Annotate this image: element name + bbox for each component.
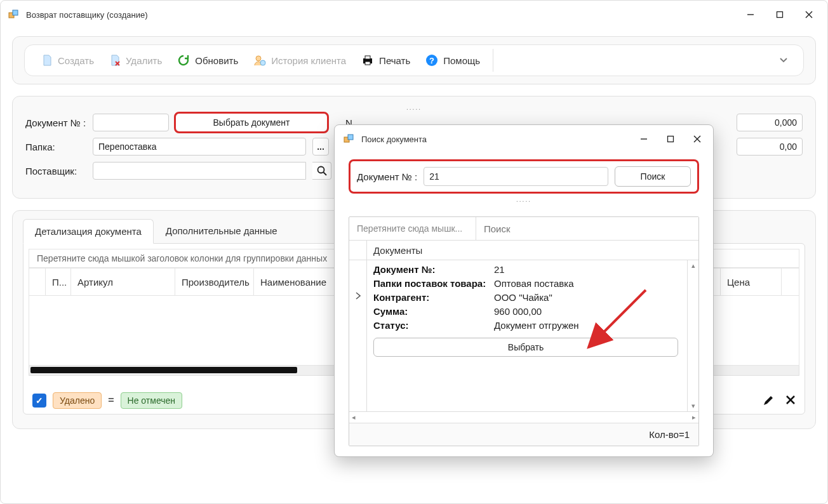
chevron-right-icon — [355, 292, 361, 300]
toolbar-panel: Создать Удалить Обновить История клиента… — [12, 36, 816, 84]
result-col-documents[interactable]: Документы — [367, 241, 698, 260]
supplier-label: Поставщик: — [25, 166, 86, 176]
folder-browse-button[interactable]: ... — [312, 138, 329, 156]
dialog-doc-no-input[interactable] — [424, 167, 608, 186]
dialog-search-button[interactable]: Поиск — [615, 166, 691, 187]
svg-point-15 — [317, 167, 324, 173]
folder-input[interactable] — [93, 138, 306, 156]
create-label: Создать — [58, 55, 94, 66]
refresh-label: Обновить — [195, 55, 238, 66]
kv-folder-v: Оптовая поставка — [494, 277, 573, 291]
svg-text:?: ? — [429, 56, 434, 65]
tab-additional[interactable]: Дополнительные данные — [154, 218, 290, 243]
folder-label: Папка: — [25, 142, 86, 152]
kv-sum-k: Сумма: — [373, 305, 494, 319]
dialog-body: Документ № : Поиск ..... Перетяните сюда… — [335, 153, 713, 456]
result-toolbar: Перетяните сюда мышк... — [349, 217, 698, 241]
supplier-search-button[interactable] — [312, 162, 331, 180]
choose-document-button[interactable]: Выбрать документ — [175, 113, 328, 132]
deleted-chip[interactable]: Удалено — [53, 392, 102, 409]
window-controls — [736, 4, 824, 25]
result-record[interactable]: Документ №:21 Папки поставок товара:Опто… — [367, 260, 687, 411]
supplier-input[interactable] — [93, 162, 306, 180]
clear-button[interactable] — [785, 395, 796, 406]
equals-sign: = — [108, 395, 114, 406]
search-icon — [317, 166, 327, 176]
svg-rect-22 — [668, 136, 674, 142]
svg-point-9 — [260, 60, 265, 65]
refresh-icon — [177, 54, 190, 67]
help-label: Помощь — [443, 55, 480, 66]
grid-col-name[interactable]: Наименование — [254, 268, 337, 296]
print-label: Печать — [379, 55, 410, 66]
footer-actions — [763, 395, 796, 406]
tab-detail[interactable]: Детализация документа — [23, 219, 154, 244]
drag-handle-top[interactable]: ..... — [25, 105, 803, 112]
maximize-button[interactable] — [765, 4, 794, 25]
kv-folder-k: Папки поставок товара: — [373, 277, 494, 291]
dialog-doc-no-label: Документ № : — [357, 171, 417, 182]
row-expand-toggle[interactable] — [355, 292, 361, 300]
svg-rect-1 — [13, 10, 18, 15]
document-new-icon — [41, 54, 53, 67]
delete-button[interactable]: Удалить — [102, 49, 170, 72]
toolbar-overflow-button[interactable] — [773, 53, 794, 67]
grid-col-tail — [782, 268, 799, 296]
kv-status-k: Статус: — [373, 319, 494, 333]
result-vscroll[interactable]: ▴ ▾ — [687, 260, 698, 411]
kv-doc-no-v: 21 — [494, 263, 505, 277]
dialog-drag-handle[interactable]: ..... — [349, 197, 699, 204]
search-document-dialog: Поиск документа Документ № : Поиск .....… — [334, 124, 714, 457]
grid-selector-col[interactable] — [29, 268, 46, 296]
svg-line-16 — [323, 173, 326, 176]
dialog-minimize-button[interactable] — [631, 129, 657, 149]
create-button[interactable]: Создать — [34, 49, 102, 72]
kv-status-v: Документ отгружен — [494, 319, 579, 333]
svg-rect-20 — [348, 135, 353, 140]
kv-counter-k: Контрагент: — [373, 291, 494, 305]
svg-rect-11 — [365, 56, 370, 59]
row-expander-col — [349, 260, 367, 411]
dialog-window-controls — [631, 129, 711, 149]
unchecked-chip[interactable]: Не отмечен — [121, 392, 182, 409]
close-button[interactable] — [794, 4, 824, 25]
doc-no-label: Документ № : — [25, 117, 86, 128]
right-top-readonly[interactable] — [737, 114, 803, 131]
scroll-thumb[interactable] — [30, 367, 297, 373]
result-footer: Кол-во=1 — [349, 423, 698, 446]
result-hscroll[interactable]: ◂ ▸ — [349, 411, 698, 423]
edit-button[interactable] — [763, 395, 774, 406]
help-button[interactable]: ? Помощь — [418, 49, 488, 72]
minimize-button[interactable] — [736, 4, 765, 25]
printer-icon — [361, 54, 374, 67]
client-history-button[interactable]: История клиента — [246, 49, 354, 72]
svg-point-8 — [256, 56, 261, 61]
svg-rect-3 — [777, 12, 783, 18]
refresh-button[interactable]: Обновить — [170, 49, 246, 72]
result-count: Кол-во=1 — [649, 429, 690, 440]
user-icon — [253, 54, 266, 67]
dialog-titlebar: Поиск документа — [335, 125, 713, 153]
result-panel: Перетяните сюда мышк... Документы Докуме… — [349, 216, 699, 446]
grid-col-manufacturer[interactable]: Производитель — [175, 268, 254, 296]
main-titlebar: Возврат поставщику (создание) — [1, 1, 827, 29]
dialog-title: Поиск документа — [361, 135, 631, 144]
kv-sum-v: 960 000,00 — [494, 305, 542, 319]
grid-col-article[interactable]: Артикул — [71, 268, 175, 296]
dialog-maximize-button[interactable] — [657, 129, 684, 149]
kv-counter-v: ООО "Чайка" — [494, 291, 552, 305]
toolbar-card: Создать Удалить Обновить История клиента… — [24, 44, 804, 76]
grid-col-p[interactable]: П... — [46, 268, 71, 296]
print-button[interactable]: Печать — [354, 49, 418, 72]
expander-header — [349, 241, 367, 260]
result-group-hint[interactable]: Перетяните сюда мышк... — [349, 217, 476, 240]
chevron-down-icon — [779, 57, 788, 63]
result-filter-input[interactable] — [476, 217, 698, 240]
dialog-close-button[interactable] — [684, 129, 711, 149]
filter-check-toggle[interactable]: ✓ — [32, 394, 46, 408]
select-record-button[interactable]: Выбрать — [373, 338, 678, 357]
right-bottom-readonly[interactable] — [737, 138, 803, 156]
kv-doc-no-k: Документ №: — [373, 263, 494, 277]
grid-col-price[interactable]: Цена — [721, 268, 782, 296]
doc-no-input[interactable] — [93, 114, 169, 131]
